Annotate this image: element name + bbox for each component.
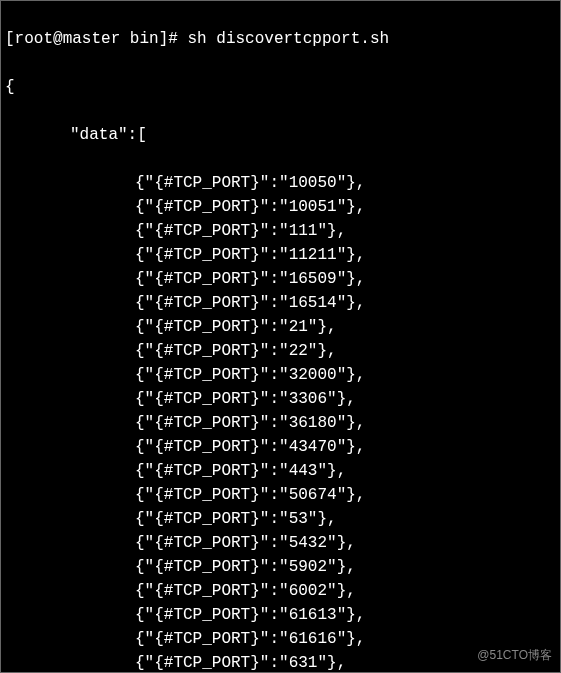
port-entries: {"{#TCP_PORT}":"10050"},{"{#TCP_PORT}":"… — [5, 171, 556, 673]
port-entry: {"{#TCP_PORT}":"10051"}, — [5, 195, 556, 219]
data-key-line: "data":[ — [5, 123, 556, 147]
port-entry: {"{#TCP_PORT}":"36180"}, — [5, 411, 556, 435]
command-text: sh discovertcpport.sh — [187, 30, 389, 48]
port-entry: {"{#TCP_PORT}":"631"}, — [5, 651, 556, 673]
port-entry: {"{#TCP_PORT}":"443"}, — [5, 459, 556, 483]
port-entry: {"{#TCP_PORT}":"22"}, — [5, 339, 556, 363]
port-entry: {"{#TCP_PORT}":"5902"}, — [5, 555, 556, 579]
port-entry: {"{#TCP_PORT}":"10050"}, — [5, 171, 556, 195]
port-entry: {"{#TCP_PORT}":"32000"}, — [5, 363, 556, 387]
port-entry: {"{#TCP_PORT}":"43470"}, — [5, 435, 556, 459]
port-entry: {"{#TCP_PORT}":"16514"}, — [5, 291, 556, 315]
prompt-host: master — [63, 30, 121, 48]
port-entry: {"{#TCP_PORT}":"50674"}, — [5, 483, 556, 507]
port-entry: {"{#TCP_PORT}":"11211"}, — [5, 243, 556, 267]
port-entry: {"{#TCP_PORT}":"21"}, — [5, 315, 556, 339]
watermark: @51CTO博客 — [477, 647, 552, 664]
port-entry: {"{#TCP_PORT}":"6002"}, — [5, 579, 556, 603]
terminal-output: [root@master bin]# sh discovertcpport.sh… — [1, 1, 560, 673]
port-entry: {"{#TCP_PORT}":"5432"}, — [5, 531, 556, 555]
port-entry: {"{#TCP_PORT}":"61613"}, — [5, 603, 556, 627]
port-entry: {"{#TCP_PORT}":"16509"}, — [5, 267, 556, 291]
port-entry: {"{#TCP_PORT}":"61616"}, — [5, 627, 556, 651]
port-entry: {"{#TCP_PORT}":"111"}, — [5, 219, 556, 243]
prompt-path: bin — [130, 30, 159, 48]
open-brace: { — [5, 75, 556, 99]
port-entry: {"{#TCP_PORT}":"3306"}, — [5, 387, 556, 411]
port-entry: {"{#TCP_PORT}":"53"}, — [5, 507, 556, 531]
command-line: [root@master bin]# sh discovertcpport.sh — [5, 27, 556, 51]
prompt-user: root — [15, 30, 53, 48]
